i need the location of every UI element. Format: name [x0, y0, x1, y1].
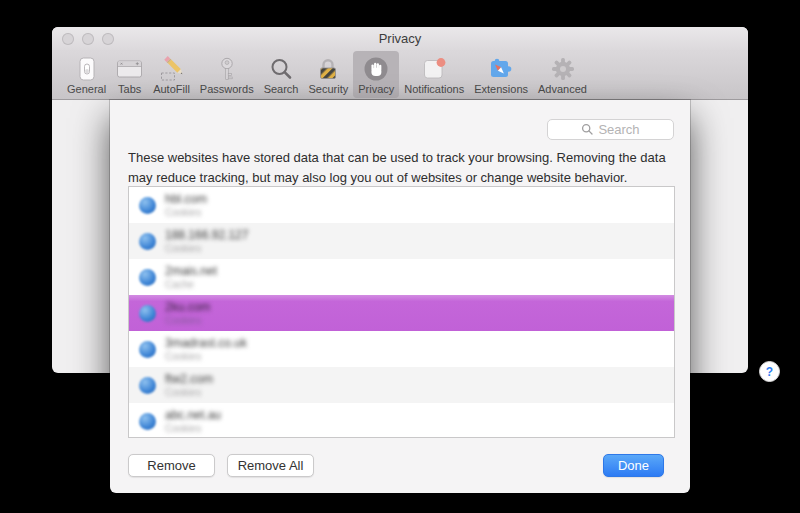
- search-icon: [268, 54, 294, 83]
- site-text: hbl.com Cookies: [165, 193, 207, 218]
- toolbar-item-search[interactable]: Search: [259, 51, 304, 98]
- privacy-sheet: Search These websites have stored data t…: [110, 100, 690, 493]
- site-list[interactable]: hbl.com Cookies 188.166.92.127 Cookies 2…: [128, 186, 675, 438]
- site-text: 188.166.92.127 Cookies: [165, 229, 248, 254]
- site-name: 2mais.net: [165, 265, 217, 278]
- toolbar-label: Notifications: [404, 84, 464, 95]
- website-icon: [139, 197, 156, 214]
- site-row[interactable]: 188.166.92.127 Cookies: [129, 223, 674, 259]
- website-icon: [139, 305, 156, 322]
- toolbar-label: Privacy: [358, 84, 394, 95]
- remove-button[interactable]: Remove: [128, 454, 215, 477]
- notifications-icon: [421, 54, 447, 83]
- search-placeholder: Search: [598, 122, 639, 137]
- site-row[interactable]: hbl.com Cookies: [129, 187, 674, 223]
- toolbar-label: AutoFill: [153, 84, 190, 95]
- toolbar-label: Search: [264, 84, 299, 95]
- site-text: abc.net.au Cookies: [165, 409, 221, 434]
- toolbar-item-notifications[interactable]: Notifications: [399, 51, 469, 98]
- site-detail: Cookies: [165, 387, 213, 398]
- website-icon: [139, 377, 156, 394]
- site-detail: Cookies: [165, 243, 248, 254]
- search-input[interactable]: Search: [547, 119, 674, 140]
- site-name: 3madrast.co.uk: [165, 337, 247, 350]
- tabs-icon: [116, 54, 143, 83]
- site-row[interactable]: abc.net.au Cookies: [129, 403, 674, 438]
- toolbar-item-privacy[interactable]: Privacy: [353, 51, 399, 98]
- site-text: 2mais.net Cache: [165, 265, 217, 290]
- site-row[interactable]: 2ku.com Cookies: [129, 295, 674, 331]
- toolbar-label: Passwords: [200, 84, 254, 95]
- toolbar-item-tabs[interactable]: Tabs: [111, 51, 148, 98]
- site-detail: Cookies: [165, 315, 210, 326]
- site-detail: Cache: [165, 279, 217, 290]
- advanced-icon: [550, 54, 576, 83]
- privacy-icon: [363, 54, 389, 83]
- done-button[interactable]: Done: [603, 454, 664, 477]
- general-icon: [74, 54, 100, 83]
- remove-all-button[interactable]: Remove All: [227, 454, 314, 477]
- close-button[interactable]: [62, 33, 74, 45]
- site-name: hbl.com: [165, 193, 207, 206]
- website-icon: [139, 413, 156, 430]
- site-detail: Cookies: [165, 423, 221, 434]
- website-icon: [139, 233, 156, 250]
- toolbar-label: Security: [308, 84, 348, 95]
- site-name: 188.166.92.127: [165, 229, 248, 242]
- toolbar-label: General: [67, 84, 106, 95]
- zoom-button[interactable]: [102, 33, 114, 45]
- site-detail: Cookies: [165, 207, 207, 218]
- toolbar-item-advanced[interactable]: Advanced: [533, 51, 592, 98]
- toolbar-item-passwords[interactable]: Passwords: [195, 51, 259, 98]
- toolbar-label: Extensions: [474, 84, 528, 95]
- website-icon: [139, 269, 156, 286]
- privacy-description: These websites have stored data that can…: [128, 148, 680, 188]
- toolbar-label: Advanced: [538, 84, 587, 95]
- toolbar-item-extensions[interactable]: Extensions: [469, 51, 533, 98]
- site-row[interactable]: 3madrast.co.uk Cookies: [129, 331, 674, 367]
- passwords-icon: [214, 54, 240, 83]
- toolbar-item-general[interactable]: General: [62, 51, 111, 98]
- site-text: ftw2.com Cookies: [165, 373, 213, 398]
- autofill-icon: [158, 54, 184, 83]
- site-row[interactable]: 2mais.net Cache: [129, 259, 674, 295]
- preferences-toolbar: General Tabs: [52, 50, 748, 100]
- window-title: Privacy: [379, 31, 422, 46]
- site-row[interactable]: ftw2.com Cookies: [129, 367, 674, 403]
- site-text: 3madrast.co.uk Cookies: [165, 337, 247, 362]
- extensions-icon: [488, 54, 514, 83]
- site-name: ftw2.com: [165, 373, 213, 386]
- site-detail: Cookies: [165, 351, 247, 362]
- site-name: abc.net.au: [165, 409, 221, 422]
- site-name: 2ku.com: [165, 301, 210, 314]
- toolbar-label: Tabs: [118, 84, 141, 95]
- security-icon: [315, 54, 341, 83]
- toolbar-item-security[interactable]: Security: [303, 51, 353, 98]
- titlebar: Privacy: [52, 27, 748, 50]
- site-text: 2ku.com Cookies: [165, 301, 210, 326]
- traffic-lights: [62, 33, 114, 45]
- search-field-icon: [581, 123, 594, 136]
- help-button[interactable]: ?: [759, 361, 780, 382]
- website-icon: [139, 341, 156, 358]
- toolbar-item-autofill[interactable]: AutoFill: [148, 51, 195, 98]
- minimize-button[interactable]: [82, 33, 94, 45]
